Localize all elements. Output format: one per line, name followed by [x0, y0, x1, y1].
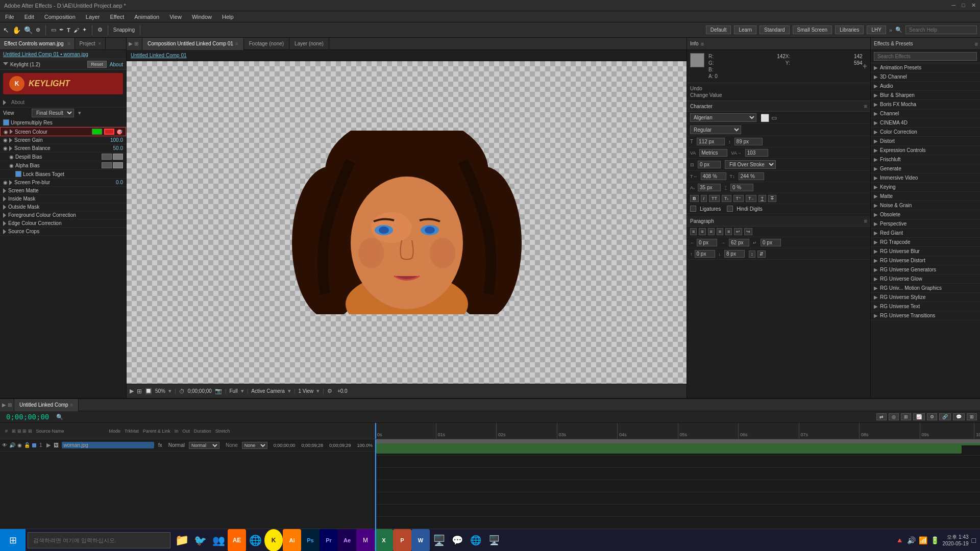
- taskbar-icon-kakaotalk[interactable]: K: [264, 529, 283, 552]
- menu-composition[interactable]: Composition: [42, 13, 78, 21]
- tool-rect[interactable]: ▭: [51, 27, 56, 33]
- layer-solo-btn[interactable]: ◉: [17, 442, 22, 448]
- allcaps-btn[interactable]: TT: [709, 195, 720, 202]
- font-family-dropdown[interactable]: Algerian: [690, 113, 756, 122]
- workspace-libraries[interactable]: Libraries: [835, 26, 864, 34]
- effect-cat-matte[interactable]: ▶ Matte: [871, 192, 980, 201]
- taskbar-icon-excel[interactable]: X: [375, 529, 393, 552]
- trkmat-dropdown[interactable]: None: [242, 442, 267, 449]
- menu-help[interactable]: Help: [220, 13, 236, 21]
- smallcaps-btn[interactable]: Tₜ: [722, 195, 731, 202]
- layer-lock-btn[interactable]: 🔓: [24, 442, 30, 448]
- spb-triangle[interactable]: [9, 180, 12, 185]
- taskbar-icon-twitter[interactable]: 🐦: [191, 529, 209, 552]
- sc-vis-icon[interactable]: ◉: [4, 129, 8, 135]
- tl-motion-btn[interactable]: ⊞: [901, 413, 911, 420]
- rtl-btn[interactable]: ↩: [734, 228, 742, 235]
- start-button[interactable]: ⊞: [0, 529, 26, 552]
- comp-tab-close[interactable]: ≡: [235, 41, 238, 46]
- workspace-small-screen[interactable]: Small Screen: [793, 26, 832, 34]
- taskbar-icon-explorer[interactable]: 📁: [173, 529, 191, 552]
- timeline-search-icon[interactable]: 🔍: [55, 413, 64, 421]
- maximize-btn[interactable]: □: [962, 2, 965, 9]
- taskbar-icon-premiere[interactable]: Pr: [320, 529, 338, 552]
- tab-comp-main[interactable]: Composition Untitled Linked Comp 01 ≡: [142, 38, 244, 50]
- menu-file[interactable]: File: [3, 13, 16, 21]
- menu-edit[interactable]: Edit: [22, 13, 36, 21]
- menu-effect[interactable]: Effect: [108, 13, 126, 21]
- sc-triangle[interactable]: [10, 129, 13, 134]
- tl-flow-btn[interactable]: 🔗: [939, 413, 951, 420]
- ctrl-icons[interactable]: ⚙: [327, 388, 332, 394]
- tool-hand[interactable]: ✋: [12, 26, 21, 34]
- sub-btn[interactable]: T₋: [746, 195, 756, 202]
- sg-vis-icon[interactable]: ◉: [3, 137, 8, 143]
- view-dropdown[interactable]: Final Result: [32, 109, 74, 117]
- menu-layer[interactable]: Layer: [84, 13, 102, 21]
- effect-cat-audio[interactable]: ▶ Audio: [871, 82, 980, 91]
- effect-cat-rg-distort[interactable]: ▶ RG Universe Distort: [871, 256, 980, 265]
- effect-cat-boris[interactable]: ▶ Boris FX Mocha: [871, 100, 980, 109]
- effect-cat-rg-motion[interactable]: ▶ RG Univ... Motion Graphics: [871, 284, 980, 293]
- effect-cat-generate[interactable]: ▶ Generate: [871, 164, 980, 173]
- ab-vis-icon[interactable]: ◉: [9, 163, 14, 168]
- minimize-btn[interactable]: ─: [952, 2, 956, 9]
- close-btn[interactable]: ✕: [971, 2, 976, 9]
- sb-triangle[interactable]: [9, 146, 12, 151]
- screen-colour-row[interactable]: ◉ Screen Colour 🎯: [0, 127, 126, 136]
- tool-brush[interactable]: 🖌: [74, 27, 79, 33]
- effect-cat-color[interactable]: ▶ Color Correction: [871, 128, 980, 137]
- align-right-btn[interactable]: ≡: [708, 228, 715, 235]
- workspace-lhy[interactable]: LHY: [867, 26, 886, 34]
- tab-effect-controls[interactable]: Effect Controls woman.jpg ≡: [0, 38, 75, 49]
- effect-cat-trapcode[interactable]: ▶ RG Trapcode: [871, 238, 980, 247]
- italic-btn[interactable]: I: [701, 195, 707, 202]
- effect-cat-keying[interactable]: ▶ Keying: [871, 183, 980, 192]
- effect-cat-expression[interactable]: ▶ Expression Controls: [871, 146, 980, 155]
- info-add-icon[interactable]: +: [863, 53, 867, 80]
- indent-left-input[interactable]: [697, 239, 717, 246]
- taskbar-icon-unknown1[interactable]: AE: [228, 529, 246, 552]
- tray-volume-icon[interactable]: 🔊: [907, 536, 916, 544]
- timeline-tab-comp[interactable]: Untitled Linked Comp ≡: [14, 399, 79, 411]
- search-effects-top[interactable]: 🔍: [895, 27, 902, 33]
- effect-expand-triangle[interactable]: [3, 62, 8, 68]
- tool-puppet[interactable]: ⚙: [97, 27, 103, 33]
- layer-effect-icon[interactable]: fx: [158, 442, 162, 448]
- tsumi-input[interactable]: [730, 184, 753, 191]
- taskbar-search-input[interactable]: [28, 532, 170, 548]
- font-size-input[interactable]: [697, 138, 725, 145]
- space-after-input[interactable]: [724, 250, 745, 258]
- layer-name-1[interactable]: woman.jpg: [62, 442, 154, 448]
- baseline-input[interactable]: [698, 184, 721, 191]
- tool-zoom[interactable]: 🔍: [24, 26, 33, 34]
- tab-layer[interactable]: Layer (none): [289, 38, 329, 50]
- view-count-dropdown[interactable]: ▾: [316, 388, 320, 394]
- tab-footage[interactable]: Footage (none): [244, 38, 289, 50]
- taskbar-icon-unknown5[interactable]: 🖥️: [485, 529, 503, 552]
- tray-notification-icon[interactable]: □: [972, 536, 976, 544]
- sm-triangle[interactable]: [3, 188, 6, 193]
- db-vis-icon[interactable]: ◉: [9, 154, 14, 160]
- strike-btn[interactable]: T̶: [768, 195, 776, 202]
- about-triangle[interactable]: [3, 100, 6, 105]
- effect-cat-rg-stylize[interactable]: ▶ RG Universe Stylize: [871, 293, 980, 302]
- layer-audio-btn[interactable]: 🔊: [9, 442, 15, 448]
- tab-effect-controls-menu[interactable]: ≡: [68, 41, 71, 46]
- ligatures-checkbox[interactable]: [690, 206, 696, 212]
- indent-right-input[interactable]: [729, 239, 749, 246]
- taskbar-icon-photoshop[interactable]: Ps: [301, 529, 320, 552]
- effect-cat-rg-gen[interactable]: ▶ RG Universe Generators: [871, 265, 980, 274]
- tool-orbit[interactable]: ⊕: [36, 27, 40, 33]
- effect-cat-perspective[interactable]: ▶ Perspective: [871, 219, 980, 229]
- preview-icon[interactable]: ▶: [130, 388, 134, 394]
- tl-graph-btn[interactable]: 📈: [913, 413, 925, 420]
- info-menu-icon[interactable]: ≡: [701, 41, 704, 47]
- tool-text[interactable]: T: [67, 27, 70, 33]
- effect-cat-animation[interactable]: ▶ Animation Presets: [871, 63, 980, 72]
- workspace-standard[interactable]: Standard: [760, 26, 790, 34]
- db-swatch2[interactable]: [113, 154, 123, 160]
- space-before-input[interactable]: [695, 250, 715, 258]
- super-btn[interactable]: T⁺: [733, 195, 744, 202]
- taskbar-icon-chrome[interactable]: 🌐: [246, 529, 264, 552]
